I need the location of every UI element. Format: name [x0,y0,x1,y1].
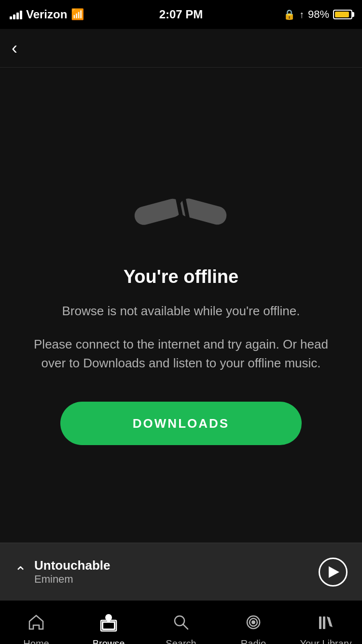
search-icon [169,610,193,634]
location-icon: ↑ [299,9,304,20]
mini-player-track: Untouchable [34,558,110,573]
downloads-button[interactable]: DOWNLOADS [60,402,302,445]
home-icon [24,610,48,634]
svg-rect-20 [319,616,321,629]
nav-item-home[interactable]: Home [0,610,72,644]
status-left: Verizon 📶 [10,8,84,21]
offline-description: Browse is not available while you're off… [62,302,300,321]
svg-rect-13 [103,623,114,629]
library-icon [314,610,338,634]
nav-label-library: Your Library [300,638,351,644]
status-bar: Verizon 📶 2:07 PM 🔒 ↑ 98% [0,0,362,29]
radio-icon [241,610,265,634]
offline-title: You're offline [124,266,238,287]
svg-point-19 [251,620,255,624]
svg-rect-21 [323,616,325,629]
nav-label-search: Search [166,638,196,644]
chevron-up-icon: ⌃ [14,563,27,580]
mini-player-artist: Eminem [34,573,110,586]
nav-item-browse[interactable]: Browse [72,610,145,644]
status-right: 🔒 ↑ 98% [283,8,352,21]
svg-rect-15 [107,616,110,621]
nav-label-radio: Radio [241,638,266,644]
browse-icon [97,610,121,634]
signal-icon [10,10,22,19]
carrier-label: Verizon [26,8,67,21]
nav-item-search[interactable]: Search [145,610,217,644]
offline-icon [128,168,234,240]
mini-player-info: Untouchable Eminem [34,558,110,586]
mini-player: ⌃ Untouchable Eminem [0,543,362,601]
mini-player-left: ⌃ Untouchable Eminem [14,558,110,586]
battery-icon [333,10,352,19]
play-button[interactable] [319,558,348,587]
wifi-icon: 📶 [71,8,84,21]
lock-icon: 🔒 [283,9,295,20]
nav-item-radio[interactable]: Radio [217,610,290,644]
status-time: 2:07 PM [159,8,203,21]
play-icon [329,566,339,578]
offline-icon-container [128,165,234,242]
bottom-nav: Home Browse [0,601,362,644]
nav-label-home: Home [23,638,49,644]
back-button[interactable]: ‹ [12,40,17,57]
offline-instruction: Please connect to the internet and try a… [29,335,333,373]
battery-percent: 98% [308,8,329,21]
battery-fill [335,12,349,17]
svg-rect-16 [102,621,115,623]
header: ‹ [0,29,362,68]
nav-item-library[interactable]: Your Library [290,610,362,644]
svg-line-18 [183,624,188,629]
main-content: You're offline Browse is not available w… [0,68,362,543]
nav-label-browse: Browse [93,638,125,644]
